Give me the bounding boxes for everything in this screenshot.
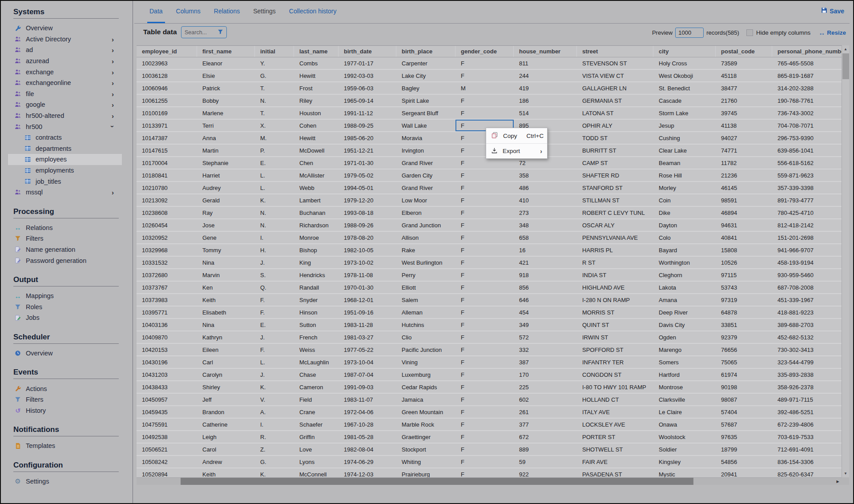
table-cell[interactable]: Snyder: [294, 294, 338, 306]
table-cell[interactable]: Carolyn: [197, 369, 255, 380]
table-cell[interactable]: Montrose: [653, 381, 716, 393]
table-cell[interactable]: Cushing: [653, 132, 716, 144]
table-cell[interactable]: SHOTWELL ST: [577, 444, 653, 455]
table-cell[interactable]: Grand Junction: [396, 219, 455, 231]
scroll-down-icon[interactable]: ▼: [842, 470, 849, 477]
chevron-right-icon[interactable]: ›: [112, 101, 114, 108]
table-cell[interactable]: F.: [255, 306, 294, 318]
table-cell[interactable]: MORRIS ST: [577, 306, 653, 318]
table-cell[interactable]: 10431203: [137, 369, 197, 380]
table-cell[interactable]: Marvin: [197, 269, 255, 281]
table-cell[interactable]: 889: [514, 444, 577, 455]
column-header-city[interactable]: city: [653, 46, 716, 57]
scroll-right-icon[interactable]: ▶: [834, 478, 842, 485]
table-cell[interactable]: 39745: [716, 107, 772, 119]
table-cell[interactable]: PASADENA ST: [577, 468, 653, 477]
table-cell[interactable]: Patrick: [197, 82, 255, 94]
table-cell[interactable]: 556-618-5162: [772, 157, 842, 169]
table-cell[interactable]: Keith: [197, 468, 255, 477]
table-cell[interactable]: Harriet: [197, 169, 255, 181]
table-cell[interactable]: 10210780: [137, 182, 197, 194]
table-cell[interactable]: Stockport: [396, 444, 455, 455]
table-cell[interactable]: SPOFFORD ST: [577, 344, 653, 355]
table-cell[interactable]: 296-753-9390: [772, 132, 842, 144]
tab-relations[interactable]: Relations: [214, 8, 240, 15]
preview-count-input[interactable]: [675, 28, 704, 38]
table-cell[interactable]: 10430196: [137, 356, 197, 368]
table-cell[interactable]: F: [455, 194, 514, 206]
table-cell[interactable]: TODD ST: [577, 132, 653, 144]
chevron-down-icon[interactable]: ›: [109, 125, 116, 127]
sidebar-item-hr500-altered[interactable]: hr500-altered›: [13, 110, 122, 121]
column-header-gender-code[interactable]: gender_code: [455, 46, 514, 57]
sidebar-item-ad[interactable]: ad›: [13, 44, 122, 56]
table-cell[interactable]: 10060946: [137, 82, 197, 94]
table-cell[interactable]: 712-691-4091: [772, 444, 842, 455]
table-cell[interactable]: West Burlington: [396, 257, 455, 268]
table-cell[interactable]: 1970-01-30: [338, 282, 396, 293]
table-cell[interactable]: F: [455, 232, 514, 243]
table-cell[interactable]: Andrew: [197, 456, 255, 468]
table-cell[interactable]: 891-793-4777: [772, 194, 842, 206]
table-cell[interactable]: Bayard: [653, 244, 716, 256]
table-cell[interactable]: Alleman: [396, 306, 455, 318]
table-cell[interactable]: 10147615: [137, 145, 197, 156]
table-cell[interactable]: Elisabeth: [197, 306, 255, 318]
table-cell[interactable]: 98087: [716, 394, 772, 405]
table-cell[interactable]: Elsie: [197, 70, 255, 81]
table-cell[interactable]: 1991-11-12: [338, 107, 396, 119]
table-cell[interactable]: Gerald: [197, 194, 255, 206]
table-cell[interactable]: Clear Lake: [653, 145, 716, 156]
table-cell[interactable]: 59: [514, 456, 577, 468]
table-cell[interactable]: Bagley: [396, 82, 455, 94]
table-cell[interactable]: Gene: [197, 232, 255, 243]
table-cell[interactable]: Sutton: [294, 319, 338, 331]
table-cell[interactable]: Perry: [396, 269, 455, 281]
column-header-birth-date[interactable]: birth_date: [338, 46, 396, 57]
table-cell[interactable]: Q.: [255, 282, 294, 293]
table-cell[interactable]: I.: [255, 232, 294, 243]
table-cell[interactable]: 1994-05-01: [338, 182, 396, 194]
table-cell[interactable]: 348: [514, 219, 577, 231]
table-cell[interactable]: 10409870: [137, 331, 197, 343]
table-cell[interactable]: 357-339-3398: [772, 182, 842, 194]
table-cell[interactable]: 61974: [716, 369, 772, 380]
table-cell[interactable]: J.: [255, 331, 294, 343]
table-cell[interactable]: 94631: [716, 219, 772, 231]
table-cell[interactable]: Morley: [653, 182, 716, 194]
table-cell[interactable]: PENNSYLVANIA AVE: [577, 232, 653, 243]
table-cell[interactable]: 10395771: [137, 306, 197, 318]
table-cell[interactable]: Rake: [396, 244, 455, 256]
table-cell[interactable]: Coin: [653, 194, 716, 206]
table-cell[interactable]: 97635: [716, 431, 772, 443]
table-cell[interactable]: Terri: [197, 120, 255, 131]
table-cell[interactable]: 1979-05-02: [338, 169, 396, 181]
table-cell[interactable]: 1951-12-21: [338, 145, 396, 156]
sidebar-item-mappings[interactable]: ↔Mappings: [13, 290, 122, 302]
table-cell[interactable]: X.: [255, 120, 294, 131]
table-cell[interactable]: 54856: [716, 456, 772, 468]
table-cell[interactable]: McDowell: [294, 145, 338, 156]
table-cell[interactable]: GALLAGHER LN: [577, 82, 653, 94]
table-cell[interactable]: F.: [255, 294, 294, 306]
table-cell[interactable]: F: [455, 70, 514, 81]
table-cell[interactable]: Y.: [255, 57, 294, 69]
table-cell[interactable]: 10036128: [137, 70, 197, 81]
table-cell[interactable]: Beaman: [653, 157, 716, 169]
sidebar-item-actions[interactable]: Actions: [13, 383, 122, 394]
table-cell[interactable]: 21236: [716, 169, 772, 181]
table-cell[interactable]: 10520894: [137, 468, 197, 477]
column-header-street[interactable]: street: [577, 46, 653, 57]
table-cell[interactable]: Clarksville: [653, 394, 716, 405]
sidebar-item-mssql[interactable]: mssql›: [13, 187, 122, 198]
table-cell[interactable]: 1985-06-20: [338, 132, 396, 144]
table-cell[interactable]: 1973-10-02: [338, 257, 396, 268]
tab-columns[interactable]: Columns: [176, 8, 201, 15]
table-cell[interactable]: A.: [255, 406, 294, 418]
table-cell[interactable]: 486: [514, 182, 577, 194]
table-cell[interactable]: 941-966-9707: [772, 244, 842, 256]
vertical-scrollbar[interactable]: ▲ ▼: [842, 45, 849, 477]
table-cell[interactable]: STANFORD ST: [577, 182, 653, 194]
table-cell[interactable]: Hutchins: [396, 319, 455, 331]
table-cell[interactable]: 730-302-3413: [772, 344, 842, 355]
